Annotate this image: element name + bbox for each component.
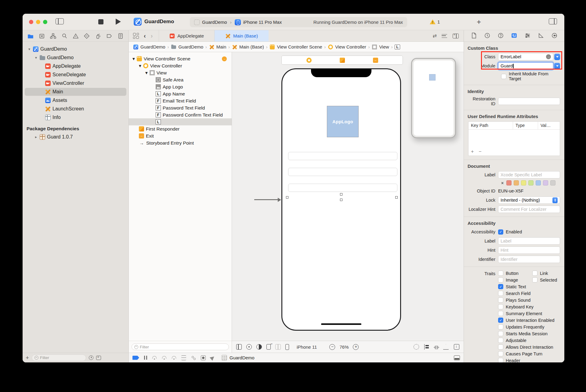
- breadcrumb[interactable]: View: [372, 44, 389, 50]
- storyboard-canvas[interactable]: AppLogo: [232, 52, 464, 341]
- module-field[interactable]: Guard: [498, 62, 553, 70]
- memory-graph-debugger-icon[interactable]: [191, 355, 196, 360]
- outline-item-password-confirm-field[interactable]: F Password Confirm Text Field: [129, 111, 232, 118]
- navigator-item-project[interactable]: ▾ GuardDemo: [23, 45, 128, 53]
- embed-in-icon[interactable]: [454, 344, 459, 350]
- navigator-item-launchscreen[interactable]: LaunchScreen: [23, 105, 128, 113]
- resolve-auto-layout-icon[interactable]: [443, 344, 449, 350]
- code-review-icon[interactable]: ⇄: [433, 33, 436, 39]
- scheme-project-label[interactable]: GuardDemo: [202, 20, 227, 25]
- breakpoints-toggle-icon[interactable]: [132, 356, 139, 360]
- localizer-hint-field[interactable]: Comment For Localizer: [498, 206, 560, 213]
- attributes-inspector-icon[interactable]: [524, 32, 531, 40]
- trait-checkbox[interactable]: [498, 351, 503, 356]
- add-tab-button[interactable]: +: [477, 18, 481, 26]
- email-text-field[interactable]: [288, 152, 397, 160]
- step-over-icon[interactable]: [152, 356, 157, 360]
- outline-item-exit[interactable]: Exit: [129, 132, 232, 139]
- trait-checkbox[interactable]: ✓: [498, 284, 503, 289]
- trait-checkbox[interactable]: [498, 324, 503, 329]
- simulate-location-icon[interactable]: [210, 355, 215, 361]
- runtime-attributes-table[interactable]: Key Path Type Val… + −: [468, 121, 560, 156]
- add-constraints-icon[interactable]: [435, 346, 438, 349]
- report-navigator-icon[interactable]: [118, 33, 124, 39]
- running-process[interactable]: GuardDemo: [221, 355, 255, 361]
- trait-checkbox[interactable]: [498, 344, 503, 350]
- view-hierarchy-debugger-icon[interactable]: [181, 355, 186, 360]
- connections-inspector-icon[interactable]: [551, 32, 558, 40]
- identity-inspector-icon[interactable]: [511, 32, 517, 40]
- adjust-editor-options-icon[interactable]: [442, 34, 447, 38]
- breadcrumb[interactable]: Main: [209, 44, 226, 50]
- selection-handle-right[interactable]: [395, 196, 398, 199]
- run-button[interactable]: [116, 19, 121, 25]
- related-items-icon[interactable]: [133, 33, 139, 39]
- outline-item-view-controller[interactable]: ▾ View Controller: [129, 62, 232, 69]
- outline-filter-field[interactable]: Filter: [132, 343, 229, 350]
- first-responder-icon[interactable]: [340, 58, 345, 63]
- add-attribute-button[interactable]: +: [471, 149, 474, 154]
- recent-files-icon[interactable]: [89, 355, 93, 360]
- step-out-icon[interactable]: [172, 356, 176, 360]
- find-navigator-icon[interactable]: [61, 33, 67, 39]
- navigator-filter-field[interactable]: Filter: [32, 354, 86, 361]
- breadcrumb-label[interactable]: L: [395, 45, 400, 49]
- stop-button[interactable]: [98, 19, 103, 24]
- restoration-id-field[interactable]: [498, 98, 560, 105]
- color-swatch-yellow[interactable]: [521, 180, 526, 185]
- history-inspector-icon[interactable]: [484, 32, 490, 40]
- toggle-inspector-icon[interactable]: [549, 18, 557, 24]
- warning-badge[interactable]: 1: [430, 19, 440, 24]
- breadcrumb[interactable]: GuardDemo: [171, 44, 203, 49]
- disclosure-open-icon[interactable]: ▾: [145, 70, 148, 76]
- source-control-navigator-icon[interactable]: [39, 33, 45, 39]
- navigator-item-scenedelegate[interactable]: SceneDelegate: [23, 70, 128, 79]
- quick-help-inspector-icon[interactable]: [497, 32, 504, 40]
- minimap-preview[interactable]: [411, 58, 456, 138]
- outline-item-password-field[interactable]: F Password Text Field: [129, 104, 232, 111]
- accessibility-label-field[interactable]: Label: [498, 237, 560, 245]
- navigator-item-viewcontroller[interactable]: ViewController: [23, 79, 128, 88]
- accessibility-hint-field[interactable]: Hint: [498, 246, 560, 254]
- remove-attribute-button[interactable]: −: [479, 149, 481, 154]
- disclosure-closed-icon[interactable]: ▸: [34, 135, 38, 139]
- document-label-field[interactable]: Xcode Specific Label: [498, 171, 560, 178]
- disclosure-open-icon[interactable]: ▾: [132, 56, 135, 62]
- trait-checkbox[interactable]: [498, 338, 503, 343]
- tab-appdelegate[interactable]: AppDelegate: [159, 30, 215, 41]
- zoom-level[interactable]: 76%: [339, 344, 349, 350]
- device-name[interactable]: iPhone 11: [297, 344, 317, 350]
- zoom-out-icon[interactable]: −: [329, 344, 335, 350]
- trait-checkbox[interactable]: ✓: [498, 318, 503, 323]
- trait-checkbox[interactable]: [498, 291, 503, 296]
- disclosure-open-icon[interactable]: ▾: [34, 56, 38, 60]
- view-controller-icon[interactable]: [306, 58, 312, 63]
- issue-navigator-icon[interactable]: [73, 33, 79, 39]
- trait-checkbox[interactable]: [498, 277, 503, 282]
- trait-checkbox[interactable]: [498, 311, 503, 316]
- disclosure-open-icon[interactable]: ▾: [139, 63, 141, 69]
- zoom-window-button[interactable]: [43, 20, 47, 24]
- step-into-icon[interactable]: [162, 356, 167, 360]
- inherit-module-checkbox[interactable]: [501, 74, 506, 79]
- toggle-outline-icon[interactable]: [236, 344, 242, 350]
- back-icon[interactable]: ‹: [144, 32, 146, 39]
- password-text-field[interactable]: [288, 168, 397, 176]
- selection-handle-left[interactable]: [286, 196, 288, 199]
- disclosure-open-icon[interactable]: ▾: [27, 47, 31, 51]
- project-navigator-icon[interactable]: [27, 33, 34, 39]
- pause-execution-icon[interactable]: [144, 356, 147, 360]
- trait-checkbox[interactable]: [498, 304, 503, 309]
- lock-dropdown[interactable]: Inherited - (Nothing): [498, 196, 560, 204]
- trait-checkbox[interactable]: [498, 358, 503, 362]
- navigator-item-info[interactable]: Info: [23, 113, 128, 122]
- file-inspector-icon[interactable]: [471, 32, 477, 40]
- outline-item-email-field[interactable]: F Email Text Field: [129, 97, 232, 104]
- color-swatch-blue[interactable]: [536, 180, 541, 185]
- zoom-in-icon[interactable]: +: [353, 344, 359, 350]
- navigator-item-group[interactable]: ▾ GuardDemo: [23, 53, 128, 62]
- exit-icon[interactable]: [373, 58, 378, 63]
- trait-checkbox[interactable]: [532, 277, 537, 282]
- tab-main-base[interactable]: Main (Base): [215, 30, 269, 41]
- color-swatch-gray[interactable]: [550, 180, 555, 185]
